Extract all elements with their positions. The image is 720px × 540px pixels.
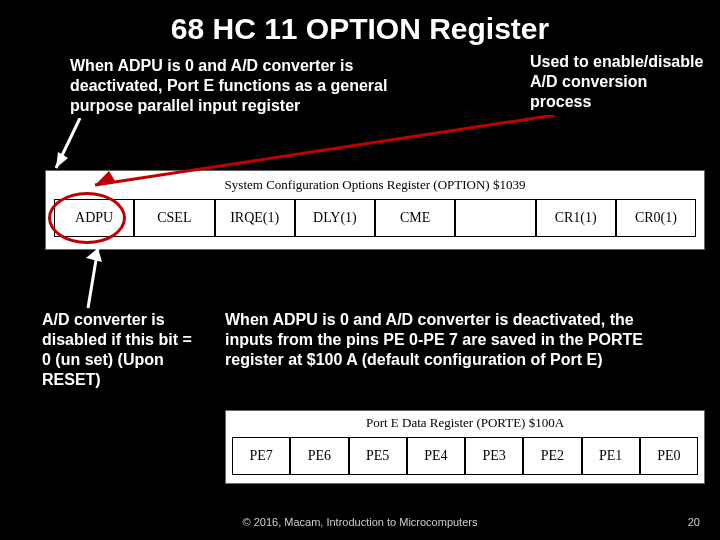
option-bit: CR1(1) <box>536 199 616 237</box>
option-bit <box>455 199 535 237</box>
option-register-bits: ADPU CSEL IRQE(1) DLY(1) CME CR1(1) CR0(… <box>54 199 696 237</box>
porte-bit: PE5 <box>349 437 407 475</box>
page-number: 20 <box>688 516 700 528</box>
option-bit: CME <box>375 199 455 237</box>
arrow-white-icon <box>58 240 118 310</box>
arrow-white-icon <box>50 118 110 178</box>
slide-title: 68 HC 11 OPTION Register <box>0 0 720 46</box>
porte-register-diagram: Port E Data Register (PORTE) $100A PE7 P… <box>225 410 705 484</box>
porte-bit: PE6 <box>290 437 348 475</box>
porte-register-caption: Port E Data Register (PORTE) $100A <box>232 415 698 431</box>
note-port-e-function: When ADPU is 0 and A/D converter is deac… <box>70 56 420 116</box>
svg-marker-5 <box>86 248 102 262</box>
svg-line-0 <box>95 115 555 185</box>
arrow-red-icon <box>85 115 565 195</box>
porte-bit: PE1 <box>582 437 640 475</box>
option-bit: DLY(1) <box>295 199 375 237</box>
porte-bit: PE2 <box>523 437 581 475</box>
highlight-circle <box>48 192 126 244</box>
porte-bit: PE7 <box>232 437 290 475</box>
note-reset-state: A/D converter is disabled if this bit = … <box>42 310 197 390</box>
porte-bit: PE4 <box>407 437 465 475</box>
note-porte-register: When ADPU is 0 and A/D converter is deac… <box>225 310 665 370</box>
option-bit: CR0(1) <box>616 199 696 237</box>
option-bit: IRQE(1) <box>215 199 295 237</box>
note-adpu-purpose: Used to enable/disable A/D conversion pr… <box>530 52 705 112</box>
porte-bit: PE3 <box>465 437 523 475</box>
footer-copyright: © 2016, Macam, Introduction to Microcomp… <box>0 516 720 528</box>
porte-register-bits: PE7 PE6 PE5 PE4 PE3 PE2 PE1 PE0 <box>232 437 698 475</box>
option-bit: CSEL <box>134 199 214 237</box>
porte-bit: PE0 <box>640 437 698 475</box>
